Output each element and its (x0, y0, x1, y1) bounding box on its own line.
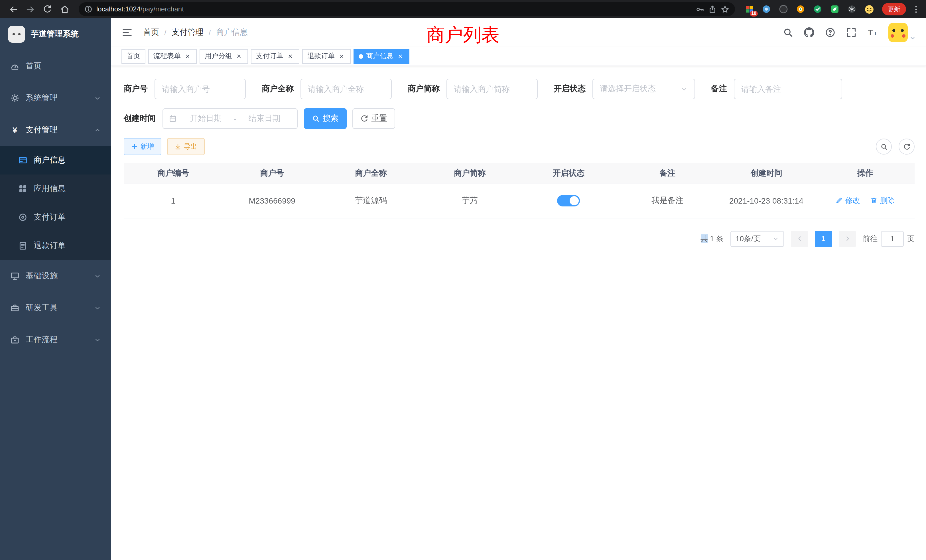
navbar-actions: TT (783, 23, 916, 42)
close-icon[interactable]: × (337, 52, 345, 60)
close-icon[interactable]: × (286, 52, 294, 60)
sidebar-item-home[interactable]: 首页 (0, 50, 111, 82)
sidebar-menu: 首页 系统管理 ¥ 支付管理 商户信息 (0, 50, 111, 560)
tab-process-form[interactable]: 流程表单 × (148, 49, 197, 64)
cell-created-at: 2021-10-23 08:31:14 (717, 184, 816, 218)
chevron-down-icon (94, 336, 101, 343)
sidebar-item-pay-order[interactable]: 支付订单 (0, 203, 111, 232)
close-icon[interactable]: × (184, 52, 192, 60)
chevron-down-icon (773, 236, 779, 242)
address-bar[interactable]: localhost:1024/pay/merchant (79, 2, 735, 16)
status-select[interactable]: 请选择开启状态 (592, 79, 695, 99)
add-button[interactable]: 新增 (124, 138, 161, 155)
goto-page-input[interactable] (881, 231, 904, 247)
tab-refund-order[interactable]: 退款订单 × (302, 49, 351, 64)
bookmark-star-icon[interactable] (721, 5, 729, 14)
breadcrumb-section[interactable]: 支付管理 (172, 27, 204, 38)
extension-blue-icon[interactable] (760, 3, 773, 15)
cell-actions: 修改 删除 (816, 184, 915, 218)
sidebar-item-system[interactable]: 系统管理 (0, 82, 111, 114)
remark-input[interactable] (734, 79, 842, 99)
fullscreen-icon[interactable] (846, 27, 856, 38)
github-icon[interactable] (804, 27, 814, 38)
forward-button[interactable] (23, 2, 38, 16)
hamburger-icon[interactable] (121, 27, 133, 38)
back-button[interactable] (6, 2, 21, 16)
active-tab-dot (359, 54, 363, 59)
filter-merchant-no: 商户号 (124, 79, 246, 99)
reset-button[interactable]: 重置 (353, 108, 395, 129)
tabs-bar: 首页 流程表单 × 用户分组 × 支付订单 × 退款订单 × (111, 47, 926, 66)
prev-page-button[interactable] (791, 231, 808, 247)
download-icon (174, 143, 181, 150)
caret-down-icon (909, 35, 916, 42)
extension-smiley-icon[interactable] (863, 3, 875, 15)
full-name-input[interactable] (301, 79, 392, 99)
filter-status: 开启状态 请选择开启状态 (554, 79, 695, 99)
app-root: localhost:1024/pay/merchant 10 更新 芋道管理系统 (0, 0, 926, 560)
table-toolbar: 新增 导出 (124, 138, 915, 155)
user-avatar (888, 23, 908, 42)
dashboard-icon (10, 62, 20, 71)
extension-green-square-icon[interactable] (829, 3, 841, 15)
page-size-select[interactable]: 10条/页 (731, 231, 784, 247)
breadcrumb-home[interactable]: 首页 (143, 27, 159, 38)
column-remark: 备注 (618, 163, 717, 184)
tab-merchant-info[interactable]: 商户信息 × (354, 49, 409, 64)
edit-link[interactable]: 修改 (836, 195, 860, 206)
trash-icon (870, 197, 878, 204)
sidebar-item-workflow[interactable]: 工作流程 (0, 324, 111, 356)
sidebar-item-merchant-info[interactable]: 商户信息 (0, 146, 111, 174)
chrome-update-button[interactable]: 更新 (882, 3, 906, 15)
chevron-up-icon (94, 127, 101, 133)
sidebar-item-payment[interactable]: ¥ 支付管理 (0, 114, 111, 146)
close-icon[interactable]: × (235, 52, 243, 60)
main-area: 首页 / 支付管理 / 商户信息 TT (111, 18, 926, 560)
next-page-button[interactable] (839, 231, 856, 247)
help-icon[interactable] (825, 27, 835, 38)
export-button[interactable]: 导出 (167, 138, 205, 155)
font-size-icon[interactable]: TT (867, 27, 878, 38)
merchant-no-input[interactable] (154, 79, 246, 99)
tab-user-group[interactable]: 用户分组 × (200, 49, 248, 64)
extension-green-check-icon[interactable] (811, 3, 824, 15)
filter-remark: 备注 (711, 79, 842, 99)
extension-dark-icon[interactable] (777, 3, 790, 15)
sidebar-item-infra[interactable]: 基础设施 (0, 260, 111, 292)
toggle-search-button[interactable] (876, 139, 892, 154)
sidebar-item-dev-tools[interactable]: 研发工具 (0, 292, 111, 324)
home-button[interactable] (57, 2, 72, 16)
extension-pinwheel-icon[interactable] (846, 3, 858, 15)
refresh-table-button[interactable] (899, 139, 915, 154)
page-1-button[interactable]: 1 (815, 231, 832, 247)
short-name-input[interactable] (446, 79, 538, 99)
extension-grid-icon[interactable]: 10 (743, 3, 755, 15)
user-menu[interactable] (888, 23, 916, 42)
tab-pay-order[interactable]: 支付订单 × (251, 49, 300, 64)
breadcrumb: 首页 / 支付管理 / 商户信息 (143, 27, 248, 38)
close-icon[interactable]: × (396, 52, 404, 60)
date-end-placeholder: 结束日期 (238, 114, 291, 124)
site-info-icon[interactable] (85, 5, 92, 13)
tab-home[interactable]: 首页 (121, 49, 145, 64)
sidebar-item-app-info[interactable]: 应用信息 (0, 174, 111, 203)
sidebar-item-refund-order[interactable]: 退款订单 (0, 232, 111, 260)
chevron-down-icon (94, 304, 101, 311)
reload-button[interactable] (40, 2, 55, 16)
share-icon[interactable] (708, 5, 717, 14)
password-key-icon[interactable] (696, 5, 704, 14)
app-logo-row[interactable]: 芋道管理系统 (0, 18, 111, 50)
date-range-picker[interactable]: 开始日期 - 结束日期 (162, 108, 298, 129)
cell-short-name: 芋艿 (420, 184, 519, 218)
column-merchant-id: 商户编号 (124, 163, 222, 184)
grid-icon (18, 184, 27, 193)
filter-form-row-1: 商户号 商户全称 商户简称 开启状态 请选择开启状态 (124, 79, 915, 99)
browser-menu-icon[interactable] (912, 5, 920, 14)
column-actions: 操作 (816, 163, 915, 184)
status-toggle[interactable] (557, 195, 580, 206)
extension-multicolor-icon[interactable] (794, 3, 807, 15)
column-merchant-no: 商户号 (222, 163, 322, 184)
search-button[interactable]: 搜索 (304, 108, 346, 129)
delete-link[interactable]: 删除 (870, 195, 895, 206)
search-icon[interactable] (783, 27, 793, 38)
